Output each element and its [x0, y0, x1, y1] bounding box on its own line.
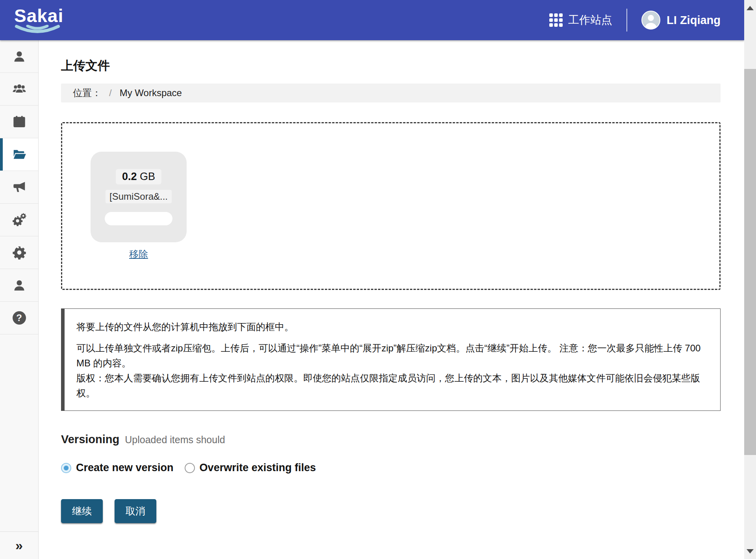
- sakai-logo[interactable]: Sakai: [13, 2, 72, 38]
- user-name: LI Ziqiang: [667, 14, 721, 27]
- user-menu-button[interactable]: LI Ziqiang: [641, 11, 721, 30]
- sakai-logo-text: Sakai: [14, 5, 63, 26]
- gears-icon: [12, 213, 26, 227]
- instructions-line-1: 将要上传的文件从您的计算机中拖放到下面的框中。: [76, 319, 708, 334]
- remove-file-link[interactable]: 移除: [129, 248, 148, 260]
- versioning-options: Create new version Overwrite existing fi…: [61, 462, 721, 474]
- sidebar-item-resources[interactable]: [0, 138, 38, 171]
- radio-overwrite-existing[interactable]: [185, 463, 195, 473]
- calendar-icon: [12, 115, 26, 129]
- breadcrumb-location-label: 位置：: [73, 87, 101, 99]
- gear-icon: [12, 245, 26, 260]
- folder-open-icon: [12, 147, 26, 162]
- header-divider: [626, 9, 627, 32]
- breadcrumb-separator: /: [109, 87, 112, 98]
- header-right-group: 工作站点 LI Ziqiang: [549, 9, 721, 32]
- sidebar-item-worksite-setup[interactable]: [0, 204, 38, 236]
- radio-create-new-version-label[interactable]: Create new version: [76, 462, 174, 474]
- action-buttons: 继续 取消: [61, 499, 721, 523]
- file-size: 0.2 GB: [116, 169, 161, 184]
- radio-create-new-version[interactable]: [61, 463, 71, 473]
- megaphone-icon: [12, 180, 26, 194]
- instructions-line-2: 可以上传单独文件或者zip压缩包。上传后，可以通过“操作”菜单中的“展开zip”…: [76, 341, 708, 371]
- main-content: 上传文件 位置： / My Workspace 0.2 GB [SumiSora…: [39, 40, 744, 559]
- page-title: 上传文件: [61, 58, 721, 74]
- breadcrumb-current-folder[interactable]: My Workspace: [120, 87, 182, 98]
- question-icon: ?: [13, 311, 26, 325]
- continue-button[interactable]: 继续: [61, 499, 103, 523]
- avatar: [641, 11, 660, 30]
- sidebar-collapse-button[interactable]: »: [0, 531, 38, 559]
- radio-overwrite-existing-label[interactable]: Overwrite existing files: [200, 462, 316, 474]
- worksites-label: 工作站点: [568, 13, 612, 28]
- grid-icon: [549, 13, 563, 27]
- file-size-unit: GB: [137, 171, 156, 182]
- top-header: Sakai 工作站点: [0, 0, 744, 40]
- versioning-title: Versioning: [61, 433, 119, 446]
- worksites-menu-button[interactable]: 工作站点: [549, 13, 612, 28]
- users-icon: [12, 82, 26, 96]
- instructions-line-3: 版权：您本人需要确认您拥有上传文件到站点的权限。即使您的站点仅限指定成员访问，您…: [76, 371, 708, 401]
- cancel-button[interactable]: 取消: [115, 499, 156, 523]
- sidebar-item-account[interactable]: [0, 269, 38, 302]
- user-icon: [12, 278, 26, 292]
- scroll-up-icon: [747, 6, 754, 10]
- file-name: [SumiSora&...: [106, 190, 172, 203]
- file-progress-bar: [105, 212, 172, 225]
- sidebar-item-calendar[interactable]: [0, 106, 38, 138]
- breadcrumb: 位置： / My Workspace: [61, 84, 721, 102]
- file-card: 0.2 GB [SumiSora&...: [91, 152, 187, 242]
- file-dropzone[interactable]: 0.2 GB [SumiSora&... 移除: [61, 122, 721, 290]
- versioning-subtitle: Uploaded items should: [125, 434, 225, 446]
- scroll-down-button[interactable]: [744, 543, 756, 559]
- scroll-down-icon: [747, 549, 754, 553]
- tool-sidebar: ? »: [0, 40, 39, 559]
- uploaded-file-item: 0.2 GB [SumiSora&... 移除: [91, 152, 187, 260]
- sidebar-item-announcements[interactable]: [0, 171, 38, 204]
- sakai-upload-page: Sakai 工作站点: [0, 0, 756, 559]
- sidebar-spacer: [0, 334, 38, 531]
- sakai-ripple-icon: [13, 25, 62, 38]
- versioning-section: Versioning Uploaded items should: [61, 433, 721, 446]
- sidebar-item-preferences[interactable]: [0, 236, 38, 269]
- upload-instructions: 将要上传的文件从您的计算机中拖放到下面的框中。 可以上传单独文件或者zip压缩包…: [61, 308, 721, 411]
- sidebar-item-help[interactable]: ?: [0, 302, 38, 334]
- scroll-up-button[interactable]: [744, 0, 756, 16]
- scrollbar-thumb[interactable]: [744, 69, 756, 455]
- vertical-scrollbar[interactable]: [744, 0, 756, 559]
- file-size-value: 0.2: [122, 171, 137, 182]
- sidebar-item-membership[interactable]: [0, 73, 38, 106]
- user-icon: [12, 49, 26, 63]
- sidebar-item-profile[interactable]: [0, 40, 38, 73]
